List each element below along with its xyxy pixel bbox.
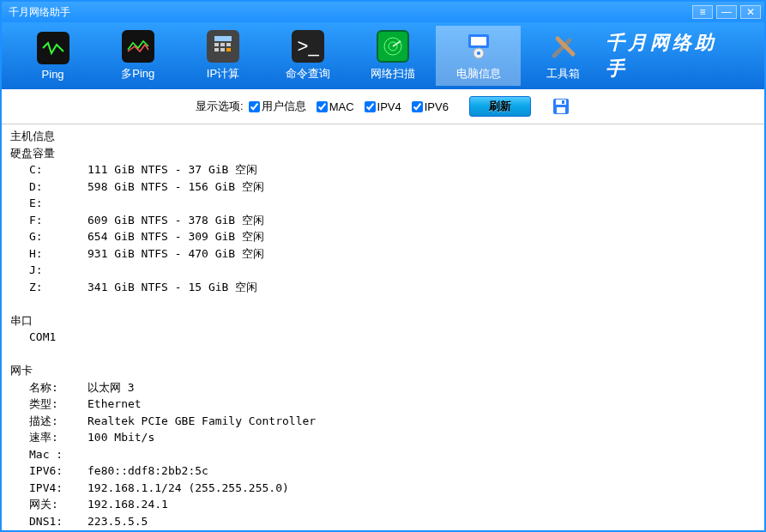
computer-icon xyxy=(462,30,495,63)
close-button[interactable]: ✕ xyxy=(740,5,761,19)
radar-icon xyxy=(377,30,409,63)
tab-label: 电脑信息 xyxy=(456,66,501,82)
tab-label: 网络扫描 xyxy=(371,66,415,82)
tools-icon xyxy=(547,30,580,63)
tab-label: 工具箱 xyxy=(546,66,580,82)
svg-rect-1 xyxy=(214,43,219,46)
terminal-icon: >_ xyxy=(292,30,324,63)
tab-label: IP计算 xyxy=(207,66,239,82)
checkbox-user[interactable]: 用户信息 xyxy=(249,99,306,114)
svg-rect-17 xyxy=(556,100,566,105)
svg-rect-19 xyxy=(562,100,564,104)
tab-network-scan[interactable]: 网络扫描 xyxy=(351,26,436,86)
titlebar: 千月网络助手 ≡ — ✕ xyxy=(2,2,764,22)
svg-rect-3 xyxy=(226,43,231,46)
content-area: 主机信息硬盘容量C:111 GiB NTFS - 37 GiB 空闲D:598 … xyxy=(2,124,764,530)
ping-icon xyxy=(37,32,69,64)
svg-rect-5 xyxy=(220,48,225,51)
svg-point-13 xyxy=(477,51,480,55)
tab-toolbox[interactable]: 工具箱 xyxy=(521,26,606,86)
svg-rect-4 xyxy=(214,48,219,51)
svg-rect-11 xyxy=(471,37,486,45)
tab-ping[interactable]: Ping xyxy=(10,26,95,86)
menu-button[interactable]: ≡ xyxy=(692,5,713,19)
window-title: 千月网络助手 xyxy=(5,5,692,20)
options-label: 显示选项: xyxy=(196,99,244,114)
refresh-button[interactable]: 刷新 xyxy=(469,96,531,117)
multi-ping-icon xyxy=(122,30,154,63)
svg-rect-2 xyxy=(220,43,225,46)
window-controls: ≡ — ✕ xyxy=(692,5,761,19)
display-options: 显示选项: 用户信息 MAC IPV4 IPV6 刷新 xyxy=(2,89,764,124)
checkbox-mac[interactable]: MAC xyxy=(317,100,354,113)
tab-ip-calc[interactable]: IP计算 xyxy=(180,26,265,86)
brand-text: 千月网络助手 xyxy=(606,30,756,82)
save-icon[interactable] xyxy=(552,97,570,116)
tab-label: 命令查询 xyxy=(286,66,330,82)
tab-label: Ping xyxy=(42,68,64,81)
calculator-icon xyxy=(207,30,239,63)
svg-rect-0 xyxy=(214,36,232,41)
tab-multi-ping[interactable]: 多Ping xyxy=(95,26,180,86)
app-window: 千月网络助手 ≡ — ✕ Ping 多Ping IP计算 >_ 命令查询 网络扫… xyxy=(0,0,766,532)
svg-rect-6 xyxy=(226,48,231,51)
info-text[interactable]: 主机信息硬盘容量C:111 GiB NTFS - 37 GiB 空闲D:598 … xyxy=(2,124,764,530)
minimize-button[interactable]: — xyxy=(716,5,737,19)
svg-rect-18 xyxy=(557,107,565,113)
tab-computer-info[interactable]: 电脑信息 xyxy=(436,26,521,86)
tab-label: 多Ping xyxy=(121,66,154,82)
toolbar: Ping 多Ping IP计算 >_ 命令查询 网络扫描 电脑信息 工具箱 千月… xyxy=(2,22,764,89)
tab-command-query[interactable]: >_ 命令查询 xyxy=(266,26,351,86)
checkbox-ipv4[interactable]: IPV4 xyxy=(365,100,401,113)
checkbox-ipv6[interactable]: IPV6 xyxy=(412,100,449,113)
